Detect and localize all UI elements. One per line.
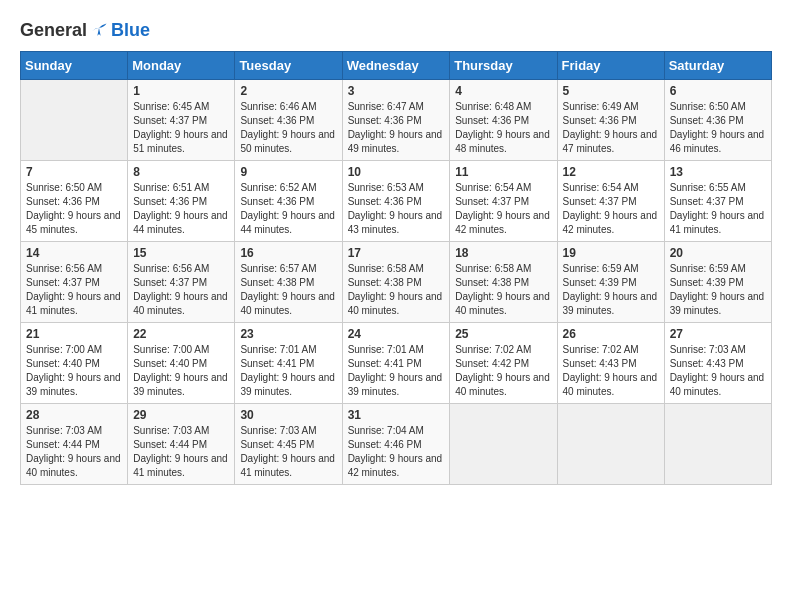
daylight-text: Daylight: 9 hours and 43 minutes. [348,210,443,235]
sunset-text: Sunset: 4:40 PM [26,358,100,369]
day-info: Sunrise: 6:55 AM Sunset: 4:37 PM Dayligh… [670,181,766,237]
calendar-cell: 15 Sunrise: 6:56 AM Sunset: 4:37 PM Dayl… [128,242,235,323]
day-number: 27 [670,327,766,341]
sunrise-text: Sunrise: 6:58 AM [348,263,424,274]
sunrise-text: Sunrise: 7:02 AM [455,344,531,355]
calendar-cell: 11 Sunrise: 6:54 AM Sunset: 4:37 PM Dayl… [450,161,557,242]
calendar-cell: 10 Sunrise: 6:53 AM Sunset: 4:36 PM Dayl… [342,161,450,242]
daylight-text: Daylight: 9 hours and 41 minutes. [133,453,228,478]
weekday-header-thursday: Thursday [450,52,557,80]
day-info: Sunrise: 6:45 AM Sunset: 4:37 PM Dayligh… [133,100,229,156]
sunrise-text: Sunrise: 6:53 AM [348,182,424,193]
calendar-week-row: 21 Sunrise: 7:00 AM Sunset: 4:40 PM Dayl… [21,323,772,404]
sunrise-text: Sunrise: 6:47 AM [348,101,424,112]
sunset-text: Sunset: 4:36 PM [670,115,744,126]
daylight-text: Daylight: 9 hours and 39 minutes. [563,291,658,316]
logo-general-text: General [20,20,87,41]
sunset-text: Sunset: 4:37 PM [455,196,529,207]
daylight-text: Daylight: 9 hours and 39 minutes. [670,291,765,316]
calendar-cell: 8 Sunrise: 6:51 AM Sunset: 4:36 PM Dayli… [128,161,235,242]
daylight-text: Daylight: 9 hours and 49 minutes. [348,129,443,154]
sunset-text: Sunset: 4:42 PM [455,358,529,369]
daylight-text: Daylight: 9 hours and 50 minutes. [240,129,335,154]
day-info: Sunrise: 6:50 AM Sunset: 4:36 PM Dayligh… [26,181,122,237]
sunrise-text: Sunrise: 6:54 AM [455,182,531,193]
calendar-week-row: 14 Sunrise: 6:56 AM Sunset: 4:37 PM Dayl… [21,242,772,323]
sunrise-text: Sunrise: 6:46 AM [240,101,316,112]
sunrise-text: Sunrise: 6:56 AM [133,263,209,274]
sunset-text: Sunset: 4:37 PM [563,196,637,207]
calendar-cell: 26 Sunrise: 7:02 AM Sunset: 4:43 PM Dayl… [557,323,664,404]
day-number: 29 [133,408,229,422]
day-info: Sunrise: 6:59 AM Sunset: 4:39 PM Dayligh… [670,262,766,318]
sunrise-text: Sunrise: 6:52 AM [240,182,316,193]
sunset-text: Sunset: 4:40 PM [133,358,207,369]
daylight-text: Daylight: 9 hours and 39 minutes. [26,372,121,397]
sunrise-text: Sunrise: 6:57 AM [240,263,316,274]
sunset-text: Sunset: 4:36 PM [455,115,529,126]
sunrise-text: Sunrise: 7:02 AM [563,344,639,355]
calendar-cell: 28 Sunrise: 7:03 AM Sunset: 4:44 PM Dayl… [21,404,128,485]
day-info: Sunrise: 7:03 AM Sunset: 4:44 PM Dayligh… [133,424,229,480]
day-info: Sunrise: 6:50 AM Sunset: 4:36 PM Dayligh… [670,100,766,156]
day-number: 12 [563,165,659,179]
calendar-cell: 23 Sunrise: 7:01 AM Sunset: 4:41 PM Dayl… [235,323,342,404]
day-number: 22 [133,327,229,341]
daylight-text: Daylight: 9 hours and 42 minutes. [563,210,658,235]
sunset-text: Sunset: 4:36 PM [348,115,422,126]
daylight-text: Daylight: 9 hours and 48 minutes. [455,129,550,154]
day-number: 28 [26,408,122,422]
day-info: Sunrise: 6:54 AM Sunset: 4:37 PM Dayligh… [455,181,551,237]
calendar-cell: 30 Sunrise: 7:03 AM Sunset: 4:45 PM Dayl… [235,404,342,485]
sunset-text: Sunset: 4:36 PM [133,196,207,207]
daylight-text: Daylight: 9 hours and 39 minutes. [348,372,443,397]
daylight-text: Daylight: 9 hours and 51 minutes. [133,129,228,154]
day-number: 13 [670,165,766,179]
day-info: Sunrise: 6:56 AM Sunset: 4:37 PM Dayligh… [133,262,229,318]
day-number: 17 [348,246,445,260]
day-number: 15 [133,246,229,260]
day-info: Sunrise: 6:58 AM Sunset: 4:38 PM Dayligh… [455,262,551,318]
sunset-text: Sunset: 4:36 PM [240,196,314,207]
day-info: Sunrise: 7:01 AM Sunset: 4:41 PM Dayligh… [348,343,445,399]
calendar-cell: 1 Sunrise: 6:45 AM Sunset: 4:37 PM Dayli… [128,80,235,161]
calendar-cell: 21 Sunrise: 7:00 AM Sunset: 4:40 PM Dayl… [21,323,128,404]
calendar-cell [664,404,771,485]
calendar-cell: 13 Sunrise: 6:55 AM Sunset: 4:37 PM Dayl… [664,161,771,242]
day-info: Sunrise: 6:48 AM Sunset: 4:36 PM Dayligh… [455,100,551,156]
weekday-header-friday: Friday [557,52,664,80]
calendar-cell: 25 Sunrise: 7:02 AM Sunset: 4:42 PM Dayl… [450,323,557,404]
day-number: 19 [563,246,659,260]
day-number: 20 [670,246,766,260]
day-info: Sunrise: 7:00 AM Sunset: 4:40 PM Dayligh… [133,343,229,399]
logo: General Blue [20,20,150,41]
daylight-text: Daylight: 9 hours and 41 minutes. [670,210,765,235]
calendar-cell: 16 Sunrise: 6:57 AM Sunset: 4:38 PM Dayl… [235,242,342,323]
calendar-cell: 19 Sunrise: 6:59 AM Sunset: 4:39 PM Dayl… [557,242,664,323]
sunset-text: Sunset: 4:38 PM [240,277,314,288]
sunrise-text: Sunrise: 6:45 AM [133,101,209,112]
day-number: 6 [670,84,766,98]
calendar-cell: 20 Sunrise: 6:59 AM Sunset: 4:39 PM Dayl… [664,242,771,323]
daylight-text: Daylight: 9 hours and 40 minutes. [563,372,658,397]
calendar-cell: 31 Sunrise: 7:04 AM Sunset: 4:46 PM Dayl… [342,404,450,485]
sunset-text: Sunset: 4:43 PM [670,358,744,369]
sunrise-text: Sunrise: 6:56 AM [26,263,102,274]
daylight-text: Daylight: 9 hours and 41 minutes. [26,291,121,316]
day-info: Sunrise: 7:03 AM Sunset: 4:43 PM Dayligh… [670,343,766,399]
day-info: Sunrise: 7:03 AM Sunset: 4:44 PM Dayligh… [26,424,122,480]
day-info: Sunrise: 7:03 AM Sunset: 4:45 PM Dayligh… [240,424,336,480]
day-number: 3 [348,84,445,98]
day-number: 7 [26,165,122,179]
day-info: Sunrise: 6:53 AM Sunset: 4:36 PM Dayligh… [348,181,445,237]
weekday-header-monday: Monday [128,52,235,80]
daylight-text: Daylight: 9 hours and 46 minutes. [670,129,765,154]
day-info: Sunrise: 7:04 AM Sunset: 4:46 PM Dayligh… [348,424,445,480]
weekday-header-wednesday: Wednesday [342,52,450,80]
day-number: 14 [26,246,122,260]
day-info: Sunrise: 7:02 AM Sunset: 4:43 PM Dayligh… [563,343,659,399]
calendar-cell: 3 Sunrise: 6:47 AM Sunset: 4:36 PM Dayli… [342,80,450,161]
day-number: 18 [455,246,551,260]
sunset-text: Sunset: 4:44 PM [133,439,207,450]
day-info: Sunrise: 6:46 AM Sunset: 4:36 PM Dayligh… [240,100,336,156]
